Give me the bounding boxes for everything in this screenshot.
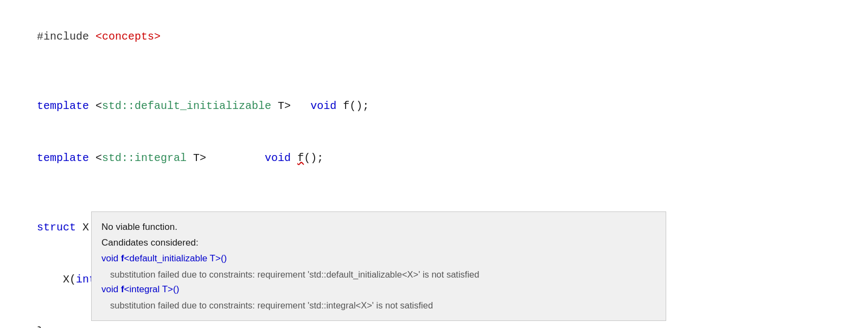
tooltip-c1-void: void: [101, 253, 121, 263]
squiggle-f-2: f: [297, 152, 304, 164]
concept-integral: std::integral: [102, 152, 187, 164]
tooltip-c2-void: void: [101, 284, 121, 294]
template-bracket-2: <: [89, 152, 102, 164]
empty-line-1: [11, 63, 857, 80]
template-line-2: template <std::integral T> void f();: [11, 132, 857, 184]
fn-parens-2: ();: [304, 152, 323, 164]
preprocessor-text: #include: [37, 30, 95, 43]
error-tooltip: No viable function. Candidates considere…: [91, 211, 666, 321]
tooltip-candidate-2: void f<integral T>(): [101, 282, 656, 298]
fn-decl-1: f();: [336, 100, 369, 112]
keyword-template-1: template: [37, 100, 89, 112]
template-bracket-1: <: [89, 100, 102, 112]
include-file: <concepts>: [95, 30, 161, 43]
tooltip-c1-suffix: <default_initializable T>(): [124, 253, 227, 263]
template-param-2: T>: [187, 152, 265, 164]
tooltip-no-viable: No viable function.: [101, 220, 656, 235]
code-editor: #include <concepts> template <std::defau…: [11, 11, 857, 328]
struct-close-bracket: };: [37, 325, 50, 328]
tooltip-candidate-1: void f<default_initializable T>(): [101, 251, 656, 267]
template-line-1: template <std::default_initializable T> …: [11, 80, 857, 132]
template-param-1: T>: [271, 100, 310, 112]
include-line: #include <concepts>: [11, 11, 857, 63]
fn-decl-2: [291, 152, 297, 164]
concept-default-init: std::default_initializable: [102, 100, 271, 112]
tooltip-candidates-header: Candidates considered:: [101, 235, 656, 251]
tooltip-sub-1: substitution failed due to constraints: …: [101, 267, 656, 282]
constructor-indent: X(: [37, 273, 76, 286]
tooltip-c2-suffix: <integral T>(): [124, 284, 180, 294]
keyword-struct: struct: [37, 221, 76, 234]
keyword-void-1: void: [310, 100, 336, 112]
empty-line-2: [11, 184, 857, 202]
tooltip-sub-2: substitution failed due to constraints: …: [101, 298, 656, 313]
keyword-template-2: template: [37, 152, 89, 164]
keyword-void-2: void: [265, 152, 291, 164]
